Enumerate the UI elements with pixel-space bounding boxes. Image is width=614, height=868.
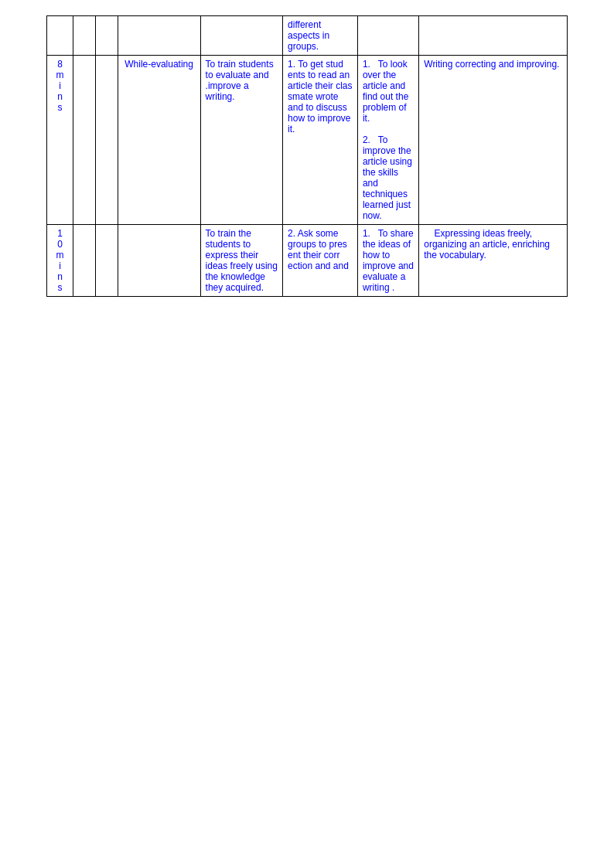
procedure-cell: different aspects in groups. xyxy=(283,16,358,56)
col3-cell-3 xyxy=(95,225,118,297)
procedure-text-3: 2. Ask some groups to present their corr… xyxy=(288,228,349,271)
col2-cell xyxy=(73,16,96,56)
interaction-cell-3: 1. To share the ideas of how to improve … xyxy=(357,225,418,297)
table-row: different aspects in groups. xyxy=(47,16,568,56)
col2-cell-3 xyxy=(73,225,96,297)
time-label-10: 10mins xyxy=(56,228,64,293)
stage-cell xyxy=(118,16,200,56)
interaction-cell xyxy=(357,16,418,56)
aim-cell xyxy=(200,16,283,56)
rationale-cell-3: Expressing ideas freely, organizing an a… xyxy=(419,225,568,297)
procedure-cell-3: 2. Ask some groups to present their corr… xyxy=(283,225,358,297)
procedure-text-2: 1. To get students to read an article th… xyxy=(288,59,352,134)
procedure-text: different aspects in groups. xyxy=(288,19,329,52)
time-cell-10: 10mins xyxy=(47,225,73,297)
procedure-cell-2: 1. To get students to read an article th… xyxy=(283,56,358,225)
table-row: 8mins While-evaluating To train students… xyxy=(47,56,568,225)
rationale-cell xyxy=(419,16,568,56)
stage-cell-3 xyxy=(118,225,200,297)
col3-cell-2 xyxy=(95,56,118,225)
stage-while-evaluating: While-evaluating xyxy=(118,56,200,225)
time-cell xyxy=(47,16,73,56)
rationale-cell-2: Writing correcting and improving. xyxy=(419,56,568,225)
aim-cell-2: To train students to evaluate and .impro… xyxy=(200,56,283,225)
aim-text-3: To train the students to express their i… xyxy=(206,228,278,293)
time-label: 8mins xyxy=(56,59,64,113)
table-row: 10mins To train the students to express … xyxy=(47,225,568,297)
aim-cell-3: To train the students to express their i… xyxy=(200,225,283,297)
main-table: different aspects in groups. 8mins While… xyxy=(46,15,568,297)
rationale-text-2: Writing correcting and improving. xyxy=(424,59,559,70)
col3-cell xyxy=(95,16,118,56)
col2-cell-2 xyxy=(73,56,96,225)
stage-label: While-evaluating xyxy=(125,59,193,70)
aim-text: To train students to evaluate and .impro… xyxy=(206,59,274,102)
time-cell-8: 8mins xyxy=(47,56,73,225)
page: different aspects in groups. 8mins While… xyxy=(0,0,614,868)
interaction-text-3: 1. To share the ideas of how to improve … xyxy=(363,228,414,293)
interaction-cell-2: 1. To look over the article and find out… xyxy=(357,56,418,225)
interaction-text-2: 1. To look over the article and find out… xyxy=(363,59,412,221)
rationale-text-3: Expressing ideas freely, organizing an a… xyxy=(424,228,550,260)
